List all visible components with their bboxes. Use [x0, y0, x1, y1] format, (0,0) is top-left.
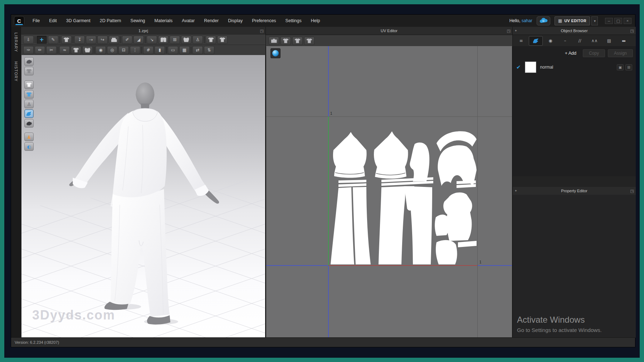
show-garment-icon[interactable] — [24, 80, 34, 89]
pin-tool-icon[interactable]: ↧ — [74, 36, 85, 44]
menu-item-display[interactable]: Display — [223, 15, 247, 27]
buttonhole-tab-icon[interactable]: – — [558, 36, 572, 46]
uv-editor-panel: UV Editor ◳ 1 1 — [266, 27, 513, 338]
topstitch-tab-icon[interactable]: ∕∕ — [573, 36, 587, 46]
select-move-tool-icon[interactable]: + — [36, 36, 47, 44]
button-tab-icon[interactable]: ◉ — [543, 36, 557, 46]
uv-canvas[interactable]: 1 1 — [266, 46, 512, 338]
show-avatar-style-icon[interactable]: ♙ — [24, 100, 34, 108]
show-garment-fit-icon[interactable] — [24, 67, 34, 75]
trim-tab-icon[interactable]: ▬ — [617, 36, 631, 46]
dock-pin-icon[interactable]: ✦ — [514, 29, 517, 33]
needle-stitch-tool-icon[interactable]: ✐ — [122, 36, 132, 44]
dart-tool-icon[interactable]: ◢ — [133, 36, 144, 44]
mode-dropdown-button[interactable]: ▾ — [591, 16, 598, 25]
fabric-tab-icon[interactable] — [529, 36, 543, 46]
fold-tab-icon[interactable]: ▤ — [602, 36, 616, 46]
fabric-paint-tool-icon[interactable]: ✏ — [35, 46, 45, 54]
project-tab[interactable]: 1.zprj — [138, 29, 148, 33]
sidebar-tab-history[interactable]: HISTORY — [14, 61, 18, 82]
transform-pattern-tool-icon[interactable] — [61, 36, 72, 44]
sidebar-tab-library[interactable]: LIBRARY — [14, 33, 18, 52]
menu-item-settings[interactable]: Settings — [281, 15, 306, 27]
object-browser-header: ✦ Object Browser ◳ — [513, 27, 636, 35]
puckering-tab-icon[interactable]: ∧∧ — [587, 36, 601, 46]
button-lock-tool-icon[interactable]: ⊟ — [118, 46, 129, 54]
menu-item-edit[interactable]: Edit — [44, 15, 62, 27]
material-sphere-badge[interactable] — [270, 48, 280, 58]
popout-icon[interactable]: ◳ — [507, 29, 511, 33]
select-lasso-tool-icon[interactable]: ✎ — [48, 36, 58, 44]
smooth-tool-icon[interactable]: ≈ — [59, 46, 70, 54]
avatar-pose-tool-icon[interactable]: ♙ — [192, 36, 203, 44]
menu-item-file[interactable]: File — [28, 15, 44, 27]
toolbar-separator — [191, 47, 191, 54]
add-fabric-button[interactable]: + Add — [561, 50, 580, 56]
assign-fabric-button[interactable]: Assign — [608, 49, 633, 57]
show-avatar-icon[interactable]: ♟ — [24, 133, 34, 141]
jacket-display-tool-icon[interactable] — [158, 36, 169, 44]
scene-list-tab-icon[interactable]: ≡ — [514, 36, 528, 46]
popout-icon[interactable]: ◳ — [630, 189, 634, 193]
button-tool-icon[interactable]: ◉ — [96, 46, 106, 54]
pin-segment-tool-icon[interactable]: ⇢ — [86, 36, 96, 44]
uv-tick-u1: 1 — [479, 260, 482, 264]
menu-item-preferences[interactable]: Preferences — [247, 15, 280, 27]
pressure-tool-icon[interactable]: ⇅ — [204, 46, 214, 54]
lift-garment-tool-icon[interactable] — [206, 36, 216, 44]
uv-snapshot-icon[interactable] — [269, 37, 279, 45]
toolbar-separator — [141, 47, 142, 54]
texture-roll-tool-icon[interactable]: ▮ — [155, 46, 165, 54]
arrange-uv-icon[interactable] — [292, 37, 303, 45]
show-environment-icon[interactable]: ◐ — [24, 142, 34, 151]
maximize-button[interactable]: ▢ — [614, 18, 622, 24]
buttonhole-tool-icon[interactable]: ◎ — [107, 46, 117, 54]
align-uv-icon[interactable] — [304, 37, 314, 45]
show-fabric-icon[interactable] — [24, 109, 34, 118]
minimize-button[interactable]: – — [605, 18, 613, 24]
arrange-panels-tool-icon[interactable]: ⊞ — [170, 36, 180, 44]
fabric-list-item[interactable]: ✔ normal ▣ ⊞ — [513, 60, 636, 75]
viewport-3d[interactable]: ♙♟◐ 3Dyyds.com — [21, 55, 265, 338]
grid-display-tool-icon[interactable]: ▦ — [179, 46, 190, 54]
symmetry-tool-icon[interactable]: ⇄ — [192, 46, 203, 54]
zipper-tool-icon[interactable]: ⋮ — [130, 46, 140, 54]
menu-item-avatar[interactable]: Avatar — [177, 15, 199, 27]
sewing-curve-tool-icon[interactable]: ↪ — [97, 36, 108, 44]
popout-icon[interactable]: ◳ — [630, 29, 634, 33]
menu-bar: C File Edit 3D Garment 2D Pattern Sewing… — [11, 15, 635, 27]
fold-arrangement-tool-icon[interactable]: ↘ — [147, 36, 157, 44]
cloud-sync-button[interactable]: C — [537, 16, 550, 25]
flatten-panel-tool-icon[interactable]: ▭ — [168, 46, 178, 54]
close-button[interactable]: × — [624, 18, 631, 24]
scissors-tool-icon[interactable]: ✂ — [46, 46, 57, 54]
stitch-garment-tool-icon[interactable] — [71, 46, 81, 54]
mesh-garment-tool-icon[interactable] — [82, 46, 93, 54]
measure-tool-icon[interactable]: # — [143, 46, 153, 54]
menu-item-materials[interactable]: Materials — [150, 15, 177, 27]
popout-icon[interactable]: ◳ — [260, 29, 264, 33]
gizmo-arrow-tool-icon[interactable]: ⇩ — [23, 36, 34, 44]
sewing-machine-tool-icon[interactable] — [109, 36, 119, 44]
show-cloth-icon[interactable] — [24, 119, 34, 128]
paint-garment-icon[interactable] — [24, 90, 34, 99]
add-colorway-icon[interactable]: ⊞ — [625, 64, 632, 70]
menu-item-help[interactable]: Help — [306, 15, 325, 27]
reset-uv-arrangement-icon[interactable] — [280, 37, 291, 45]
app-logo-icon[interactable]: C — [14, 16, 24, 26]
mode-switch-button[interactable]: ▦ UV EDITOR — [555, 16, 590, 25]
show-shoes-icon[interactable] — [24, 57, 34, 66]
menu-item-sewing[interactable]: Sewing — [126, 15, 150, 27]
fabric-swatch[interactable] — [525, 61, 536, 73]
pull-garment-tool-icon[interactable] — [217, 36, 228, 44]
duplicate-fabric-icon[interactable]: ▣ — [617, 64, 624, 70]
dock-pin-icon[interactable]: ✦ — [514, 189, 517, 193]
toolbar-separator — [58, 47, 58, 54]
menu-item-2d-pattern[interactable]: 2D Pattern — [95, 15, 126, 27]
texture-select-tool-icon[interactable]: ✑ — [23, 46, 34, 54]
copy-fabric-button[interactable]: Copy — [583, 49, 605, 57]
uv-pattern-pieces[interactable] — [328, 116, 477, 266]
menu-item-3d-garment[interactable]: 3D Garment — [62, 15, 95, 27]
menu-item-render[interactable]: Render — [199, 15, 223, 27]
vest-display-tool-icon[interactable] — [181, 36, 191, 44]
